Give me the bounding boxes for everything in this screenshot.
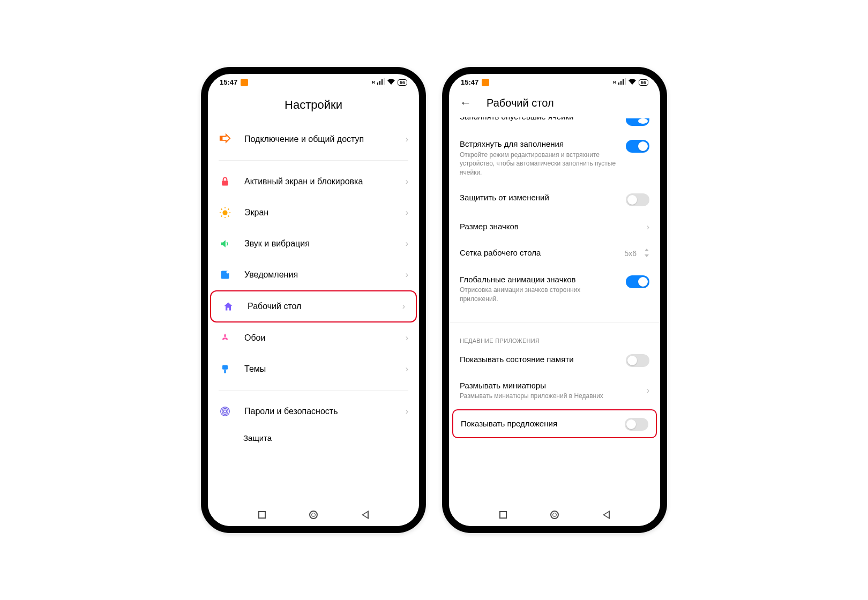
notification-icon xyxy=(219,268,231,281)
nav-back-button[interactable] xyxy=(360,510,370,520)
row-show-suggestions[interactable]: Показывать предложения xyxy=(453,410,656,437)
svg-rect-22 xyxy=(620,81,622,85)
status-signal-badge: R xyxy=(613,80,616,85)
partial-top-row[interactable]: Заполнять опустевшие ячейки xyxy=(449,118,660,129)
back-arrow-icon[interactable]: ← xyxy=(460,96,472,110)
nav-home-button[interactable] xyxy=(309,510,318,520)
row-text: Встряхнуть для заполнения Откройте режим… xyxy=(460,139,620,177)
row-title: Размывать миниатюры xyxy=(460,380,641,391)
settings-row-wallpaper[interactable]: Обои › xyxy=(208,322,419,354)
settings-label: Звук и вибрация xyxy=(244,238,406,250)
status-left: 15:47 xyxy=(461,78,489,86)
sound-icon xyxy=(219,237,231,250)
status-time: 15:47 xyxy=(461,78,478,86)
settings-label: Подключение и общий доступ xyxy=(244,134,406,145)
row-shake-fill[interactable]: Встряхнуть для заполнения Откройте режим… xyxy=(449,129,660,183)
divider xyxy=(449,322,660,322)
status-bar: 15:47 R 66 xyxy=(208,74,419,88)
toggle-switch[interactable] xyxy=(626,275,649,288)
settings-row-passwords[interactable]: Пароли и безопасность › xyxy=(208,396,419,427)
row-title: Встряхнуть для заполнения xyxy=(460,139,620,149)
row-blur-thumbs[interactable]: Размывать миниатюры Размывать миниатюры … xyxy=(449,373,660,406)
svg-rect-0 xyxy=(377,82,378,85)
svg-point-20 xyxy=(223,410,227,413)
nav-recents-button[interactable] xyxy=(498,510,508,520)
fingerprint-icon xyxy=(219,405,231,418)
svg-point-15 xyxy=(227,271,229,274)
chevron-right-icon: › xyxy=(647,386,649,395)
nav-home-button[interactable] xyxy=(550,510,559,520)
status-app-icon xyxy=(241,79,248,86)
row-title: Сетка рабочего стола xyxy=(460,248,619,258)
row-show-suggestions-highlight: Показывать предложения xyxy=(452,409,657,438)
header-row: ← Рабочий стол xyxy=(449,88,660,118)
settings-row-connection[interactable]: Подключение и общий доступ › xyxy=(208,124,419,155)
settings-row-themes[interactable]: Темы › xyxy=(208,354,419,385)
svg-rect-1 xyxy=(379,81,380,85)
row-value: 5x6 xyxy=(624,249,637,258)
settings-label: Экран xyxy=(244,207,406,219)
sun-icon xyxy=(219,206,231,219)
chevron-right-icon: › xyxy=(406,270,408,280)
section-header-recents: НЕДАВНИЕ ПРИЛОЖЕНИЯ xyxy=(449,330,660,347)
settings-content: Настройки Подключение и общий доступ › А… xyxy=(208,88,419,502)
svg-rect-23 xyxy=(623,79,624,85)
row-text: Сетка рабочего стола xyxy=(460,248,619,259)
row-lock-layout[interactable]: Защитить от изменений xyxy=(449,183,660,212)
svg-rect-3 xyxy=(384,78,385,85)
toggle-switch[interactable] xyxy=(626,354,649,367)
settings-label: Темы xyxy=(244,364,406,375)
updown-icon xyxy=(644,249,649,258)
settings-row-cutoff: Защита xyxy=(208,427,419,445)
row-title: Глобальные анимации значков xyxy=(460,274,620,285)
row-title: Показывать состояние памяти xyxy=(460,354,620,365)
divider xyxy=(219,390,408,391)
row-icon-size[interactable]: Размер значков › xyxy=(449,212,660,238)
settings-label: Рабочий стол xyxy=(248,301,402,312)
home-icon xyxy=(222,300,235,313)
svg-rect-21 xyxy=(618,82,619,85)
settings-row-display[interactable]: Экран › xyxy=(208,197,419,228)
signal-icon xyxy=(377,78,385,86)
row-memory-status[interactable]: Показывать состояние памяти xyxy=(449,347,660,373)
phone-right: 15:47 R 66 ← Рабочий стол Заполнять опус… xyxy=(442,67,667,533)
nav-back-button[interactable] xyxy=(601,510,611,520)
battery-icon: 66 xyxy=(639,79,648,86)
chevron-right-icon: › xyxy=(406,208,408,218)
page-title: Настройки xyxy=(208,98,419,112)
toggle-switch[interactable] xyxy=(625,418,648,431)
nav-recents-button[interactable] xyxy=(257,510,267,520)
svg-rect-16 xyxy=(222,365,228,370)
battery-icon: 66 xyxy=(398,79,407,86)
settings-row-lockscreen[interactable]: Активный экран и блокировка › xyxy=(208,166,419,197)
toggle-switch[interactable] xyxy=(626,193,649,206)
homescreen-settings-content: ← Рабочий стол Заполнять опустевшие ячей… xyxy=(449,88,660,502)
row-subtitle: Отрисовка анимации значков сторонних при… xyxy=(460,286,620,304)
toggle-switch[interactable] xyxy=(626,118,649,126)
status-time: 15:47 xyxy=(220,78,237,86)
settings-row-sound[interactable]: Звук и вибрация › xyxy=(208,228,419,259)
lock-icon xyxy=(219,175,231,188)
toggle-switch[interactable] xyxy=(626,140,649,153)
chevron-right-icon: › xyxy=(406,407,408,416)
svg-line-13 xyxy=(228,209,229,210)
svg-rect-2 xyxy=(381,79,383,85)
row-subtitle: Размывать миниатюры приложений в Недавни… xyxy=(460,392,641,401)
settings-row-notifications[interactable]: Уведомления › xyxy=(208,259,419,290)
chevron-right-icon: › xyxy=(406,333,408,343)
chevron-right-icon: › xyxy=(406,134,408,144)
settings-row-homescreen[interactable]: Рабочий стол › xyxy=(210,290,417,322)
svg-rect-24 xyxy=(625,78,626,85)
svg-rect-4 xyxy=(222,181,228,185)
row-text: Показывать предложения xyxy=(461,418,619,430)
row-title: Защитить от изменений xyxy=(460,192,620,203)
row-subtitle: Откройте режим редактирования и встряхни… xyxy=(460,151,620,177)
divider xyxy=(219,160,408,161)
row-text: Показывать состояние памяти xyxy=(460,354,620,366)
partial-label: Заполнять опустевшие ячейки xyxy=(460,117,573,124)
settings-label: Обои xyxy=(244,333,406,344)
row-grid[interactable]: Сетка рабочего стола 5x6 xyxy=(449,238,660,265)
row-title: Показывать предложения xyxy=(461,418,619,429)
row-global-animations[interactable]: Глобальные анимации значков Отрисовка ан… xyxy=(449,265,660,309)
chevron-right-icon: › xyxy=(402,302,405,311)
